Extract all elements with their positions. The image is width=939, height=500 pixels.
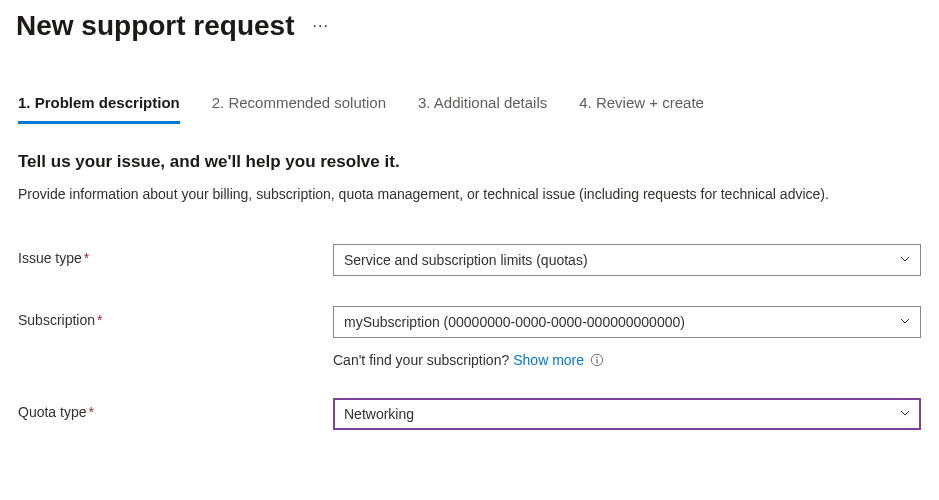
- quota-type-label: Quota type*: [18, 398, 333, 420]
- page-title: New support request: [16, 10, 294, 42]
- more-actions-button[interactable]: ···: [312, 17, 328, 35]
- required-asterisk: *: [89, 404, 94, 420]
- show-more-link[interactable]: Show more: [513, 352, 584, 368]
- required-asterisk: *: [84, 250, 89, 266]
- svg-point-1: [596, 357, 598, 359]
- tab-problem-description[interactable]: 1. Problem description: [18, 94, 180, 124]
- field-quota-type: Quota type* Networking: [18, 398, 921, 430]
- section-description: Provide information about your billing, …: [0, 184, 900, 204]
- issue-type-select[interactable]: Service and subscription limits (quotas): [333, 244, 921, 276]
- svg-rect-2: [596, 359, 597, 363]
- quota-type-select[interactable]: Networking: [333, 398, 921, 430]
- subscription-help-text: Can't find your subscription? Show more: [333, 352, 921, 368]
- tab-review-create[interactable]: 4. Review + create: [579, 94, 704, 124]
- tab-recommended-solution[interactable]: 2. Recommended solution: [212, 94, 386, 124]
- tab-additional-details[interactable]: 3. Additional details: [418, 94, 547, 124]
- issue-type-label: Issue type*: [18, 244, 333, 266]
- info-icon[interactable]: [590, 353, 604, 367]
- field-issue-type: Issue type* Service and subscription lim…: [18, 244, 921, 276]
- subscription-select[interactable]: mySubscription (00000000-0000-0000-00000…: [333, 306, 921, 338]
- required-asterisk: *: [97, 312, 102, 328]
- section-heading: Tell us your issue, and we'll help you r…: [0, 152, 939, 172]
- field-subscription: Subscription* mySubscription (00000000-0…: [18, 306, 921, 368]
- wizard-tabs: 1. Problem description 2. Recommended so…: [0, 94, 939, 124]
- subscription-label: Subscription*: [18, 306, 333, 328]
